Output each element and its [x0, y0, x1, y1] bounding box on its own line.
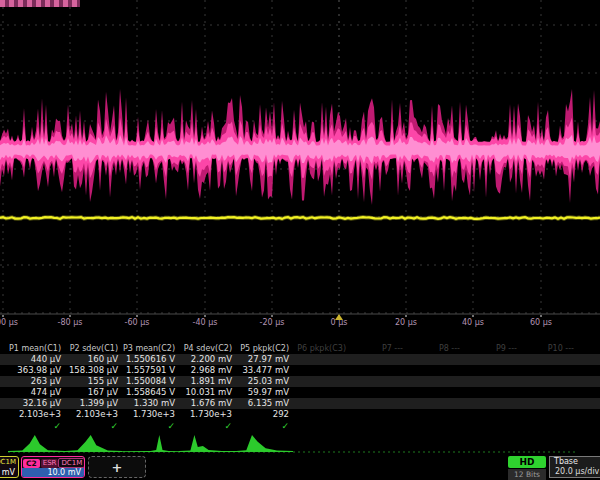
time-axis-label: -60 µs: [125, 318, 150, 327]
time-axis-label: 40 µs: [462, 318, 484, 327]
channel-descriptor-c2[interactable]: C2 ESR DC1M 10.0 mV: [21, 456, 85, 478]
param-num-P4: 1.730e+3: [179, 409, 236, 420]
param-num-P1: 2.103e+3: [8, 409, 65, 420]
param-max-P3: 1.558645 V: [122, 387, 179, 398]
histicon-P2[interactable]: [65, 435, 122, 452]
param-min-P4: 1.891 mV: [179, 376, 236, 387]
time-axis-label: -100 µs: [0, 318, 18, 327]
histicon-P4[interactable]: [179, 435, 236, 452]
c2-label-fragment: [0, 0, 80, 7]
param-max-P1: 474 µV: [8, 387, 65, 398]
timebase-value: 20.0 µs/div: [550, 467, 600, 477]
time-axis-label: -20 µs: [260, 318, 285, 327]
time-axis-label: 20 µs: [395, 318, 417, 327]
timebase-descriptor[interactable]: Tbase 20.0 µs/div: [549, 456, 600, 478]
timebase-label: Tbase: [550, 457, 600, 467]
time-axis-label: 60 µs: [530, 318, 552, 327]
param-num-P5: 292: [236, 409, 293, 420]
param-sdev-P3: 1.330 mV: [122, 398, 179, 409]
param-min-P3: 1.550084 V: [122, 376, 179, 387]
time-axis-label: 0 µs: [331, 318, 348, 327]
param-num-P3: 1.730e+3: [122, 409, 179, 420]
param-header-P2[interactable]: P2 sdev(C1): [65, 343, 122, 354]
c2-coupling-badge: DC1M: [58, 458, 85, 468]
oscilloscope-screen: -100 µs-80 µs-60 µs-40 µs-20 µs0 µs20 µs…: [0, 0, 600, 480]
param-sdev-P4: 1.676 mV: [179, 398, 236, 409]
param-min-P1: 263 µV: [8, 376, 65, 387]
param-header-P7[interactable]: P7 ---: [350, 343, 407, 354]
hd-mode-badge[interactable]: HD: [508, 456, 546, 468]
param-value-P4: 2.200 mV: [179, 354, 236, 365]
param-status-P1: ✓: [8, 421, 65, 432]
param-mean-P4: 2.968 mV: [179, 365, 236, 376]
param-status-P2: ✓: [65, 421, 122, 432]
c1-vertical-scale: 50.0 mV: [0, 468, 18, 478]
param-mean-P2: 158.308 µV: [65, 365, 122, 376]
param-header-P9[interactable]: P9 ---: [464, 343, 521, 354]
hd-bits-label: 12 Bits: [508, 469, 546, 480]
time-axis-label: -80 µs: [58, 318, 83, 327]
c1-coupling-badge: DC1M: [0, 457, 16, 468]
param-min-P5: 25.03 mV: [236, 376, 293, 387]
param-status-P4: ✓: [179, 421, 236, 432]
param-min-P2: 155 µV: [65, 376, 122, 387]
param-header-P4[interactable]: P4 sdev(C2): [179, 343, 236, 354]
param-num-P2: 2.103e+3: [65, 409, 122, 420]
param-mean-P1: 363.98 µV: [8, 365, 65, 376]
param-sdev-P2: 1.399 µV: [65, 398, 122, 409]
param-max-P2: 167 µV: [65, 387, 122, 398]
time-axis-label: -40 µs: [193, 318, 218, 327]
param-mean-P3: 1.557591 V: [122, 365, 179, 376]
param-header-P6[interactable]: P6 pkpk(C3): [293, 343, 350, 354]
param-header-P10[interactable]: P10 ---: [521, 343, 578, 354]
c1-flat-trace[interactable]: [0, 217, 600, 219]
param-value-P3: 1.550616 V: [122, 354, 179, 365]
param-max-P5: 59.97 mV: [236, 387, 293, 398]
channel-descriptor-c1[interactable]: DC1M 50.0 mV: [0, 456, 19, 478]
param-sdev-P5: 6.135 mV: [236, 398, 293, 409]
param-sdev-P1: 32.16 µV: [8, 398, 65, 409]
histicon-P5[interactable]: [236, 435, 293, 452]
histicon-P3[interactable]: [122, 435, 179, 452]
parameter-histicons[interactable]: [0, 432, 600, 456]
param-header-P5[interactable]: P5 pkpk(C2): [236, 343, 293, 354]
param-header-P8[interactable]: P8 ---: [407, 343, 464, 354]
graticule-and-traces: [0, 0, 600, 334]
param-max-P4: 10.031 mV: [179, 387, 236, 398]
param-status-P3: ✓: [122, 421, 179, 432]
param-value-P2: 160 µV: [65, 354, 122, 365]
c2-channel-chip: C2: [23, 459, 40, 468]
param-header-P3[interactable]: P3 mean(C2): [122, 343, 179, 354]
histicon-P1[interactable]: [8, 435, 65, 452]
param-mean-P5: 33.477 mV: [236, 365, 293, 376]
param-value-P1: 440 µV: [8, 354, 65, 365]
param-value-P5: 27.97 mV: [236, 354, 293, 365]
param-header-P1[interactable]: P1 mean(C1): [8, 343, 65, 354]
c2-esr-badge: ESR: [41, 459, 59, 468]
add-trace-button[interactable]: +: [88, 456, 146, 478]
c2-vertical-scale: 10.0 mV: [22, 468, 84, 478]
param-status-P5: ✓: [236, 421, 293, 432]
